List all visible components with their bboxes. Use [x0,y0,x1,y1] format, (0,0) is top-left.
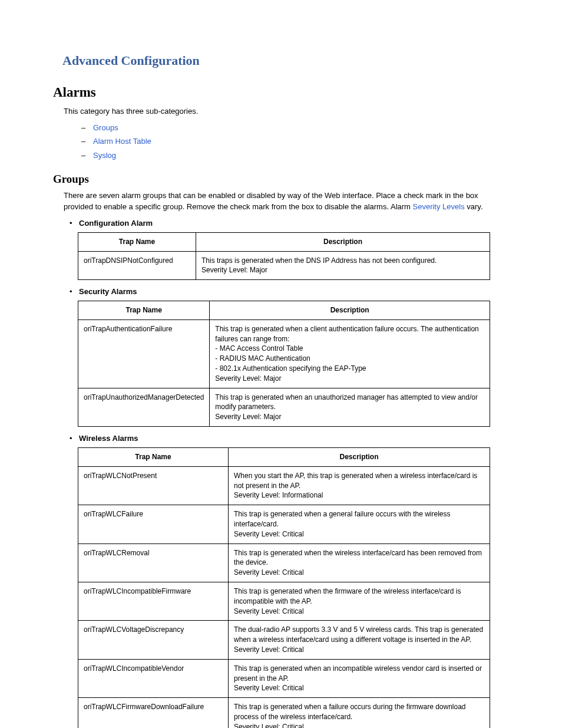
trap-name-cell: oriTrapWLCNotPresent [78,466,229,505]
bullet-icon: • [70,219,79,228]
dash-icon: – [81,149,93,162]
table-row: oriTrapWLCRemoval This trap is generated… [78,543,490,582]
trap-name-cell: oriTrapWLCIncompatibleFirmware [78,582,229,621]
th-trap-name: Trap Name [78,448,229,467]
trap-name-cell: oriTrapWLCFailure [78,505,229,543]
table-configuration-alarm: Trap Name Description oriTrapDNSIPNotCon… [78,232,490,280]
table-row: oriTrapWLCIncompatibleFirmware This trap… [78,582,490,621]
th-description: Description [210,301,490,320]
table-row: oriTrapAuthenticationFailure This trap i… [78,319,490,388]
description-cell: This trap is generated when the firmware… [229,582,490,621]
list-item: – Alarm Host Table [81,134,509,148]
th-description: Description [196,232,490,251]
description-cell: The dual-radio AP supports 3.3 V and 5 V… [229,621,490,659]
description-cell: This trap is generated when the wireless… [229,543,490,582]
table-header-row: Trap Name Description [78,301,490,320]
table-row: oriTrapWLCFirmwareDownloadFailure This t… [78,698,490,728]
link-groups[interactable]: Groups [93,121,118,134]
subcategory-list: – Groups – Alarm Host Table – Syslog [81,121,509,162]
table-header-row: Trap Name Description [78,448,490,467]
groups-intro: There are seven alarm groups that can be… [64,190,509,213]
th-trap-name: Trap Name [78,232,196,251]
link-alarm-host-table[interactable]: Alarm Host Table [93,134,151,148]
dash-icon: – [81,134,93,148]
th-description: Description [229,448,490,467]
th-trap-name: Trap Name [78,301,210,320]
list-item: • Configuration Alarm [70,219,509,228]
description-cell: This trap is generated when an unauthori… [210,388,490,426]
section-title-alarms: Alarms [53,85,509,100]
trap-name-cell: oriTrapDNSIPNotConfigured [78,251,196,280]
dash-icon: – [81,121,93,134]
trap-name-cell: oriTrapAuthenticationFailure [78,319,210,388]
table-row: oriTrapWLCVoltageDiscrepancy The dual-ra… [78,621,490,659]
list-item: • Wireless Alarms [70,434,509,443]
trap-name-cell: oriTrapUnauthorizedManagerDetected [78,388,210,426]
trap-name-cell: oriTrapWLCVoltageDiscrepancy [78,621,229,659]
wireless-alarms-label: Wireless Alarms [79,434,138,443]
description-cell: This trap is generated when an incompati… [229,659,490,697]
list-item: • Security Alarms [70,287,509,296]
link-syslog[interactable]: Syslog [93,149,116,162]
table-row: oriTrapWLCFailure This trap is generated… [78,505,490,543]
list-item: – Groups [81,121,509,134]
bullet-icon: • [70,287,79,296]
trap-name-cell: oriTrapWLCRemoval [78,543,229,582]
table-row: oriTrapUnauthorizedManagerDetected This … [78,388,490,426]
description-cell: This traps is generated when the DNS IP … [196,251,490,280]
trap-name-cell: oriTrapWLCIncompatibleVendor [78,659,229,697]
chapter-title: Advanced Configuration [62,53,509,68]
description-cell: When you start the AP, this trap is gene… [229,466,490,505]
table-security-alarms: Trap Name Description oriTrapAuthenticat… [78,301,490,427]
description-cell: This trap is generated when a general fa… [229,505,490,543]
trap-name-cell: oriTrapWLCFirmwareDownloadFailure [78,698,229,728]
security-alarms-label: Security Alarms [79,287,137,296]
section-title-groups: Groups [53,173,509,186]
description-cell: This trap is generated when a client aut… [210,319,490,388]
bullet-icon: • [70,434,79,443]
table-row: oriTrapWLCIncompatibleVendor This trap i… [78,659,490,697]
table-header-row: Trap Name Description [78,232,490,251]
alarms-intro: This category has three sub-categories. [64,106,509,117]
config-alarm-label: Configuration Alarm [79,219,153,228]
groups-intro-text-b: vary. [465,202,483,211]
description-cell: This trap is generated when a failure oc… [229,698,490,728]
link-severity-levels[interactable]: Severity Levels [413,202,465,211]
table-wireless-alarms: Trap Name Description oriTrapWLCNotPrese… [78,447,490,728]
list-item: – Syslog [81,149,509,162]
table-row: oriTrapDNSIPNotConfigured This traps is … [78,251,490,280]
table-row: oriTrapWLCNotPresent When you start the … [78,466,490,505]
